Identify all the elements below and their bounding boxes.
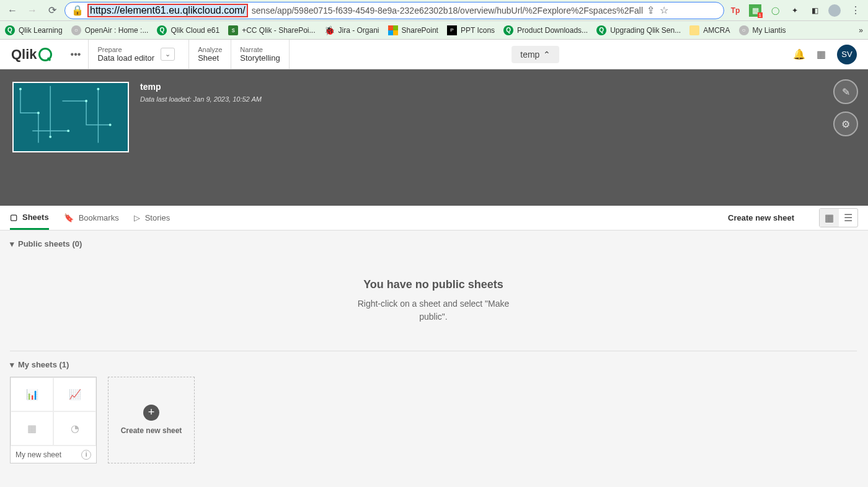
ext-icon-3[interactable]: ◯ <box>769 4 781 17</box>
app-title: temp <box>140 82 262 92</box>
panel-icon[interactable]: ◧ <box>808 4 821 17</box>
bookmarks-bar: QQlik Learning ○OpenAir : Home :... QQli… <box>0 21 868 40</box>
empty-public-message: You have no public sheets Right-click on… <box>10 248 857 348</box>
url-highlight: https://element61.eu.qlikcloud.com/ <box>87 4 248 17</box>
bookmark-icon: 🔖 <box>64 213 74 222</box>
chevron-down-icon[interactable]: ⌄ <box>161 48 175 61</box>
caret-down-icon: ▾ <box>10 360 14 369</box>
app-last-loaded: Data last loaded: Jan 9, 2023, 10:52 AM <box>140 95 262 103</box>
public-sheets-header[interactable]: ▾Public sheets (0) <box>10 239 857 248</box>
chart-icon: 📊 <box>11 377 53 411</box>
edit-button[interactable]: ✎ <box>833 79 858 104</box>
chevron-up-icon: ⌃ <box>543 50 551 59</box>
app-header: Qlik ••• Prepare Data load editor ⌄ Anal… <box>0 40 868 69</box>
bookmark-item[interactable]: ○OpenAir : Home :... <box>71 25 149 35</box>
svg-point-4 <box>85 100 87 102</box>
caret-down-icon: ▾ <box>10 239 14 248</box>
reload-button[interactable]: ⟳ <box>45 3 60 18</box>
extensions-icon[interactable]: ✦ <box>789 4 801 17</box>
grid-view-button[interactable]: ▦ <box>820 209 839 227</box>
narrate-value: Storytelling <box>240 53 280 63</box>
sheets-icon: ▢ <box>10 213 17 222</box>
tab-bookmarks[interactable]: 🔖Bookmarks <box>64 206 119 230</box>
svg-rect-0 <box>14 83 126 151</box>
sheets-content: ▾Public sheets (0) You have no public sh… <box>0 230 868 487</box>
user-avatar[interactable]: SV <box>837 45 857 64</box>
browser-actions: Tp ▦1 ◯ ✦ ◧ ⋮ <box>729 3 863 18</box>
forward-button[interactable]: → <box>25 3 40 18</box>
bookmark-item[interactable]: QQlik Learning <box>5 25 63 35</box>
info-icon[interactable]: i <box>81 450 91 460</box>
svg-point-6 <box>97 88 99 90</box>
bookmarks-overflow[interactable]: » <box>859 26 863 35</box>
svg-point-3 <box>49 136 51 138</box>
app-menu-button[interactable]: ••• <box>63 40 89 69</box>
create-new-sheet-card[interactable]: + Create new sheet <box>108 377 195 463</box>
tab-sheets[interactable]: ▢Sheets <box>10 206 49 230</box>
svg-point-5 <box>109 124 112 126</box>
lock-icon: 🔒 <box>71 4 84 16</box>
svg-point-2 <box>37 112 40 114</box>
list-view-button[interactable]: ☰ <box>839 209 857 227</box>
prepare-section[interactable]: Prepare Data load editor ⌄ <box>89 40 189 69</box>
bookmark-item[interactable]: QQlik Cloud e61 <box>157 25 219 35</box>
app-overview-hero: temp Data last loaded: Jan 9, 2023, 10:5… <box>0 69 868 206</box>
tab-stories[interactable]: ▷Stories <box>134 206 170 230</box>
chart-icon: ◔ <box>53 411 96 445</box>
bookmark-item[interactable]: s+CC Qlik - SharePoi... <box>228 25 315 35</box>
settings-button[interactable]: ⚙ <box>833 112 858 136</box>
qlik-logo[interactable]: Qlik <box>0 40 63 69</box>
sheet-card[interactable]: 📊 📈 ▦ ◔ My new sheet i <box>10 377 97 463</box>
browser-toolbar: ← → ⟳ 🔒 https://element61.eu.qlikcloud.c… <box>0 0 868 21</box>
ext-icon-1[interactable]: Tp <box>729 4 742 17</box>
my-sheets-header[interactable]: ▾My sheets (1) <box>10 360 857 369</box>
analyze-section[interactable]: Analyze Sheet <box>189 40 231 69</box>
create-sheet-button[interactable]: Create new sheet <box>728 213 794 222</box>
bookmark-item[interactable]: QUpgrading Qlik Sen... <box>596 25 681 35</box>
sheet-preview: 📊 📈 ▦ ◔ <box>11 377 96 445</box>
star-icon[interactable]: ☆ <box>660 4 668 16</box>
view-tabs: ▢Sheets 🔖Bookmarks ▷Stories Create new s… <box>0 206 868 230</box>
url-bar[interactable]: 🔒 https://element61.eu.qlikcloud.com/ se… <box>64 2 724 19</box>
plus-icon: + <box>143 405 159 421</box>
prepare-label: Prepare <box>97 46 154 53</box>
chart-icon: 📈 <box>53 377 96 411</box>
section-divider <box>10 351 857 351</box>
analyze-value: Sheet <box>198 53 222 63</box>
url-rest: sense/app/598e0715-f639-4549-8e9a-232e62… <box>252 6 643 15</box>
bookmark-item[interactable]: AMCRA <box>689 25 730 35</box>
ext-icon-2[interactable]: ▦1 <box>749 4 761 17</box>
browser-menu[interactable]: ⋮ <box>848 3 863 18</box>
chart-icon: ▦ <box>11 411 53 445</box>
story-icon: ▷ <box>134 213 140 222</box>
bookmark-item[interactable]: ○My Liantis <box>739 25 786 35</box>
bell-icon[interactable]: 🔔 <box>793 48 805 60</box>
analyze-label: Analyze <box>198 46 222 53</box>
bookmark-item[interactable]: PPPT Icons <box>447 25 495 35</box>
narrate-label: Narrate <box>240 46 280 53</box>
sheet-name: My new sheet <box>16 450 61 459</box>
bookmark-item[interactable]: 🐞Jira - Organi <box>324 25 379 35</box>
gear-icon: ⚙ <box>841 118 850 130</box>
narrate-section[interactable]: Narrate Storytelling <box>231 40 289 69</box>
svg-point-7 <box>67 129 69 132</box>
share-icon[interactable]: ⇪ <box>647 4 655 16</box>
back-button[interactable]: ← <box>5 3 20 18</box>
bookmark-item[interactable]: SharePoint <box>388 25 438 35</box>
svg-point-1 <box>19 88 22 90</box>
bookmark-item[interactable]: QProduct Downloads... <box>503 25 588 35</box>
app-thumbnail <box>12 82 129 152</box>
profile-avatar[interactable] <box>828 4 841 17</box>
empty-title: You have no public sheets <box>10 278 857 291</box>
prepare-value: Data load editor <box>97 53 154 63</box>
pencil-icon: ✎ <box>842 86 850 98</box>
apps-grid-icon[interactable]: ▦ <box>817 48 826 60</box>
app-name-pill[interactable]: temp ⌃ <box>512 46 559 63</box>
app-name-text: temp <box>520 50 539 59</box>
view-toggle: ▦ ☰ <box>819 208 858 227</box>
